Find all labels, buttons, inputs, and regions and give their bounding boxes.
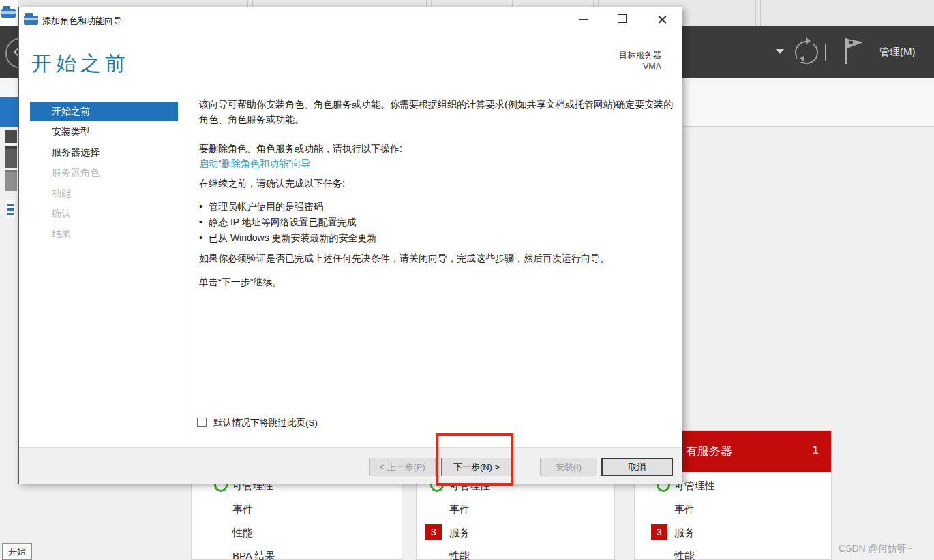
tile-row-events[interactable]: 事件 xyxy=(232,503,253,516)
annotation-highlight-next-button xyxy=(436,433,513,486)
background-wizard-icon xyxy=(1,6,16,19)
services-alert-badge[interactable]: 3 xyxy=(425,524,442,540)
wizard-nav-server-selection[interactable]: 服务器选择 xyxy=(30,142,178,162)
watermark: CSDN @何妨呀~ xyxy=(839,543,912,555)
wizard-nav-features: 功能 xyxy=(30,183,178,203)
nav-content-divider xyxy=(190,102,190,444)
page-title: 开始之前 xyxy=(31,50,130,78)
remove-roles-features-link[interactable]: 启动“删除角色和功能”向导 xyxy=(199,156,676,171)
skip-page-checkbox[interactable] xyxy=(197,418,207,427)
dialog-title: 添加角色和功能向导 xyxy=(42,15,122,27)
tile-row-performance[interactable]: 性能 xyxy=(674,550,695,560)
intro-paragraph: 该向导可帮助你安装角色、角色服务或功能。你需要根据组织的计算要求(例如共享文档或… xyxy=(199,97,676,127)
services-alert-badge[interactable]: 3 xyxy=(651,524,667,540)
wizard-titlebar-icon xyxy=(24,13,38,26)
skip-page-checkbox-label[interactable]: 默认情况下将跳过此页(S) xyxy=(213,417,318,429)
sidebar-item-local-server-icon[interactable] xyxy=(5,130,17,143)
all-servers-title: 有服务器 xyxy=(686,444,732,459)
screen: 管理(M) 可管理性 事件 性能 BPA 结果 可管理性 事件 3 服务 性能 … xyxy=(0,0,934,560)
install-button: 安装(I) xyxy=(540,458,597,476)
sidebar-item-all-servers-icon[interactable] xyxy=(5,146,17,168)
add-roles-features-wizard-dialog: 添加角色和功能向导 开始之前 目标服务器 VMA 开始之前 安装类型 服务器选择… xyxy=(18,7,682,484)
tile-row-performance[interactable]: 性能 xyxy=(449,550,470,560)
dashboard-icon xyxy=(6,200,15,218)
wizard-nav-results: 结果 xyxy=(30,224,178,244)
notifications-flag-icon[interactable] xyxy=(845,38,847,64)
target-server-label: 目标服务器 xyxy=(619,50,662,61)
target-server-block: 目标服务器 VMA xyxy=(619,50,662,73)
tile-row-events[interactable]: 事件 xyxy=(674,503,695,516)
remove-intro-text: 要删除角色、角色服务或功能，请执行以下操作: xyxy=(199,141,676,156)
sidebar-item-file-storage-icon[interactable] xyxy=(5,170,17,191)
wizard-nav-installation-type[interactable]: 安装类型 xyxy=(30,122,178,142)
task-item: 已从 Windows 更新安装最新的安全更新 xyxy=(199,230,676,246)
next-hint: 单击“下一步”继续。 xyxy=(199,275,676,290)
tile-row-services[interactable]: 服务 xyxy=(674,527,695,540)
manage-menu[interactable]: 管理(M) xyxy=(879,46,916,59)
previous-button: < 上一步(P) xyxy=(369,458,436,476)
wizard-nav-server-roles: 服务器角色 xyxy=(30,163,178,183)
header-separator xyxy=(825,44,826,61)
start-button[interactable]: 开始 xyxy=(2,543,32,560)
chevron-down-icon[interactable] xyxy=(776,49,784,54)
tile-row-events[interactable]: 事件 xyxy=(449,503,470,516)
verify-note: 如果你必须验证是否已完成上述任何先决条件，请关闭向导，完成这些步骤，然后再次运行… xyxy=(199,251,676,266)
wizard-nav-confirmation: 确认 xyxy=(30,204,178,223)
tile-row-performance[interactable]: 性能 xyxy=(232,527,253,540)
tile-row-bpa-results[interactable]: BPA 结果 xyxy=(232,550,275,560)
cancel-button[interactable]: 取消 xyxy=(601,458,673,476)
target-server-name: VMA xyxy=(619,61,662,73)
tile-row-services[interactable]: 服务 xyxy=(449,527,470,540)
wizard-nav-before-you-begin[interactable]: 开始之前 xyxy=(30,102,178,121)
task-item: 管理员帐户使用的是强密码 xyxy=(199,199,676,215)
maximize-button[interactable] xyxy=(606,7,637,28)
task-item: 静态 IP 地址等网络设置已配置完成 xyxy=(199,215,676,230)
close-button[interactable] xyxy=(646,7,678,28)
minimize-button[interactable] xyxy=(568,7,599,28)
task-list: 管理员帐户使用的是强密码 静态 IP 地址等网络设置已配置完成 已从 Windo… xyxy=(199,199,676,246)
all-servers-count: 1 xyxy=(813,444,819,457)
window-edge-divider xyxy=(755,0,761,26)
notifications-flag-notch xyxy=(849,41,853,44)
refresh-icon[interactable] xyxy=(795,41,818,64)
confirm-intro-text: 在继续之前，请确认完成以下任务: xyxy=(199,176,676,191)
sidebar-item-dashboard[interactable] xyxy=(0,97,18,127)
